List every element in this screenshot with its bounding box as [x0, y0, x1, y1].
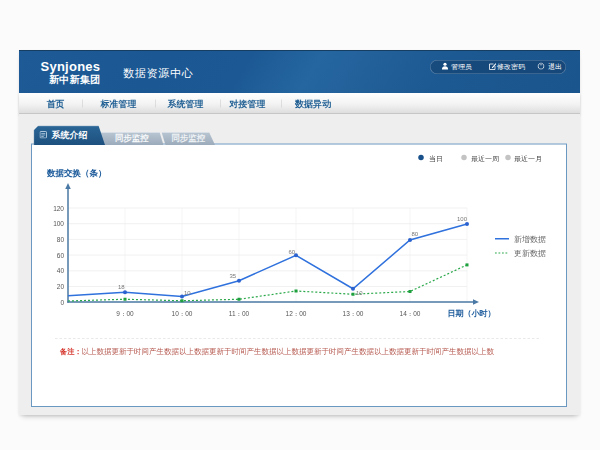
svg-text:35: 35 [230, 273, 237, 279]
svg-text:13：00: 13：00 [343, 310, 364, 317]
svg-text:80: 80 [412, 231, 419, 237]
svg-text:12：00: 12：00 [286, 310, 307, 317]
svg-text:0: 0 [60, 299, 64, 306]
svg-text:18: 18 [118, 284, 125, 290]
svg-text:以上数据更新于时间产生数据以上数据更新于时间产生数据以上数据: 以上数据更新于时间产生数据以上数据更新于时间产生数据以上数据更新于时间产生数据以… [82, 347, 495, 356]
svg-text:11：00: 11：00 [229, 310, 250, 317]
svg-text:备注：: 备注： [59, 347, 82, 356]
svg-text:20: 20 [57, 283, 65, 290]
svg-text:最近一月: 最近一月 [514, 155, 542, 163]
svg-text:日期（小时）: 日期（小时） [448, 309, 496, 318]
svg-text:80: 80 [57, 236, 65, 243]
svg-text:60: 60 [289, 249, 296, 255]
svg-text:10: 10 [356, 290, 363, 296]
svg-text:9：00: 9：00 [116, 310, 134, 317]
svg-text:10：00: 10：00 [172, 310, 193, 317]
svg-text:100: 100 [53, 220, 64, 227]
svg-text:当日: 当日 [429, 155, 443, 163]
svg-text:40: 40 [57, 267, 65, 274]
svg-text:60: 60 [57, 252, 65, 259]
svg-text:数据交换（条）: 数据交换（条） [46, 168, 107, 178]
svg-text:10: 10 [184, 290, 191, 296]
svg-text:最近一周: 最近一周 [471, 155, 499, 162]
svg-text:14：00: 14：00 [400, 310, 421, 317]
svg-text:100: 100 [457, 216, 468, 222]
svg-text:更新数据: 更新数据 [514, 249, 546, 258]
svg-text:新增数据: 新增数据 [514, 235, 546, 244]
svg-text:120: 120 [53, 205, 64, 212]
